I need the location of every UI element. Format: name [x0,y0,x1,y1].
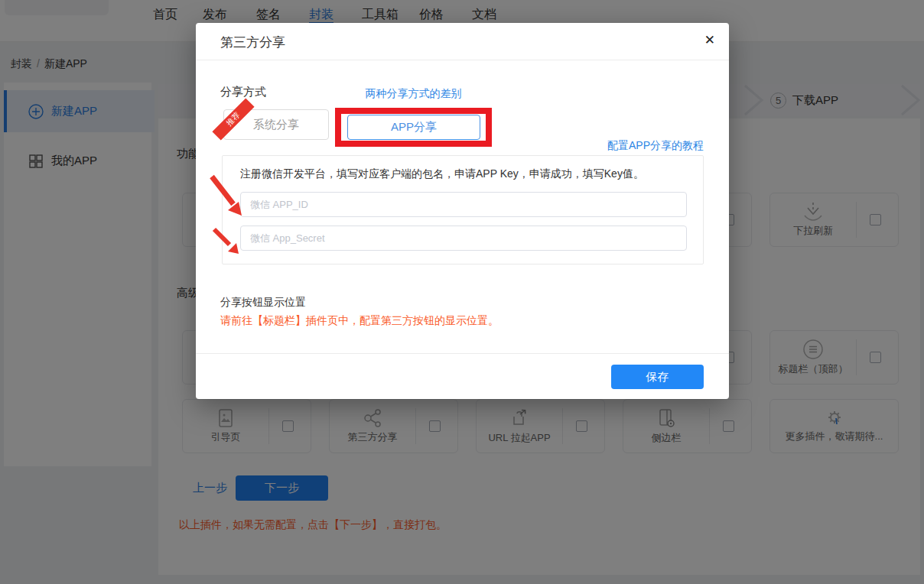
wechat-config-panel: 注册微信开发平台，填写对应客户端的包名，申请APP Key，申请成功，填写Key… [222,155,704,264]
wechat-config-instruction: 注册微信开发平台，填写对应客户端的包名，申请APP Key，申请成功，填写Key… [240,167,644,181]
share-button-position-note: 请前往【标题栏】插件页中，配置第三方按钮的显示位置。 [220,314,499,328]
recommended-ribbon: 推荐 [212,98,254,140]
third-party-share-dialog: 第三方分享 ✕ 分享方式 两种分享方式的差别 系统分享 推荐 APP分享 配置A… [196,23,729,399]
close-icon[interactable]: ✕ [704,33,715,48]
tab-system-share[interactable]: 系统分享 推荐 [223,109,329,140]
save-button[interactable]: 保存 [611,365,704,389]
share-method-label: 分享方式 [220,85,266,99]
wechat-appsecret-input[interactable] [240,225,687,251]
app-share-tutorial-link[interactable]: 配置APP分享的教程 [607,139,704,153]
share-button-position-label: 分享按钮显示位置 [220,296,306,310]
app-window: 首页 发布 签名 封装 工具箱 价格 文档 封装/新建APP 新建APP 我的A… [0,0,924,584]
wechat-appid-input[interactable] [240,192,687,217]
divider [196,353,729,354]
tab-label: 系统分享 [253,118,299,131]
divider [196,60,729,60]
tab-app-share[interactable]: APP分享 [347,115,480,140]
dialog-title: 第三方分享 [220,34,285,51]
share-method-diff-link[interactable]: 两种分享方式的差别 [335,87,492,101]
